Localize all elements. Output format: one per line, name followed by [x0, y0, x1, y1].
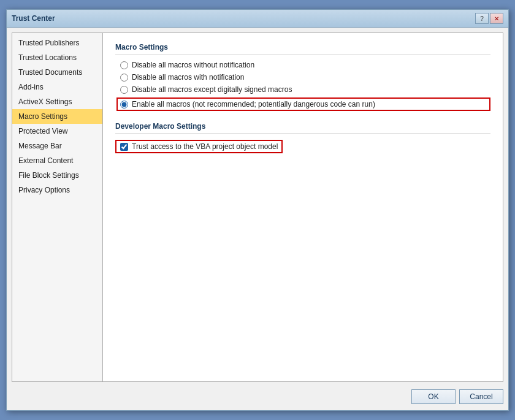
main-content: Trusted PublishersTrusted LocationsTrust…: [12, 32, 503, 382]
content-area: Macro Settings Disable all macros withou…: [103, 33, 503, 381]
radio-item-r3: Disable all macros except digitally sign…: [120, 85, 490, 94]
sidebar-item-protected-view[interactable]: Protected View: [12, 124, 102, 139]
sidebar-item-trusted-locations[interactable]: Trusted Locations: [12, 50, 102, 65]
help-button[interactable]: ?: [475, 13, 489, 24]
sidebar: Trusted PublishersTrusted LocationsTrust…: [12, 33, 103, 381]
radio-label-r3[interactable]: Disable all macros except digitally sign…: [132, 85, 292, 94]
radio-r1[interactable]: [120, 61, 128, 69]
radio-r4[interactable]: [120, 101, 128, 109]
sidebar-item-external-content[interactable]: External Content: [12, 153, 102, 168]
sidebar-item-file-block-settings[interactable]: File Block Settings: [12, 168, 102, 183]
developer-settings-header: Developer Macro Settings: [115, 122, 490, 134]
macro-settings-section: Macro Settings Disable all macros withou…: [115, 43, 490, 111]
sidebar-item-message-bar[interactable]: Message Bar: [12, 139, 102, 153]
cancel-button[interactable]: Cancel: [459, 389, 503, 404]
sidebar-item-trusted-publishers[interactable]: Trusted Publishers: [12, 36, 102, 50]
ok-button[interactable]: OK: [411, 389, 456, 404]
radio-r2[interactable]: [120, 74, 128, 82]
radio-item-r2: Disable all macros with notification: [120, 73, 490, 82]
radio-item-r1: Disable all macros without notification: [120, 61, 490, 69]
vba-checkbox[interactable]: [120, 143, 128, 151]
close-button[interactable]: ✕: [490, 13, 503, 24]
dialog-body: Trusted PublishersTrusted LocationsTrust…: [7, 28, 508, 410]
sidebar-item-trusted-documents[interactable]: Trusted Documents: [12, 65, 102, 80]
radio-label-r4[interactable]: Enable all macros (not recommended; pote…: [132, 100, 375, 109]
sidebar-item-add-ins[interactable]: Add-ins: [12, 80, 102, 94]
radio-item-r4: Enable all macros (not recommended; pote…: [116, 97, 490, 111]
title-bar-controls: ? ✕: [475, 13, 503, 24]
macro-settings-header: Macro Settings: [115, 43, 490, 55]
dialog-title: Trust Center: [12, 14, 55, 23]
radio-label-r1[interactable]: Disable all macros without notification: [132, 61, 254, 69]
trust-center-dialog: Trust Center ? ✕ Trusted PublishersTrust…: [6, 9, 509, 411]
vba-checkbox-label[interactable]: Trust access to the VBA project object m…: [132, 142, 278, 151]
radio-r3[interactable]: [120, 86, 128, 94]
radio-label-r2[interactable]: Disable all macros with notification: [132, 73, 244, 82]
developer-section: Developer Macro Settings Trust access to…: [115, 122, 490, 153]
radio-group: Disable all macros without notificationD…: [115, 61, 490, 111]
vba-checkbox-item: Trust access to the VBA project object m…: [115, 140, 283, 153]
sidebar-item-activex-settings[interactable]: ActiveX Settings: [12, 94, 102, 109]
title-bar: Trust Center ? ✕: [7, 10, 508, 28]
sidebar-item-macro-settings[interactable]: Macro Settings: [12, 109, 102, 124]
sidebar-item-privacy-options[interactable]: Privacy Options: [12, 183, 102, 197]
footer: OK Cancel: [12, 387, 503, 405]
